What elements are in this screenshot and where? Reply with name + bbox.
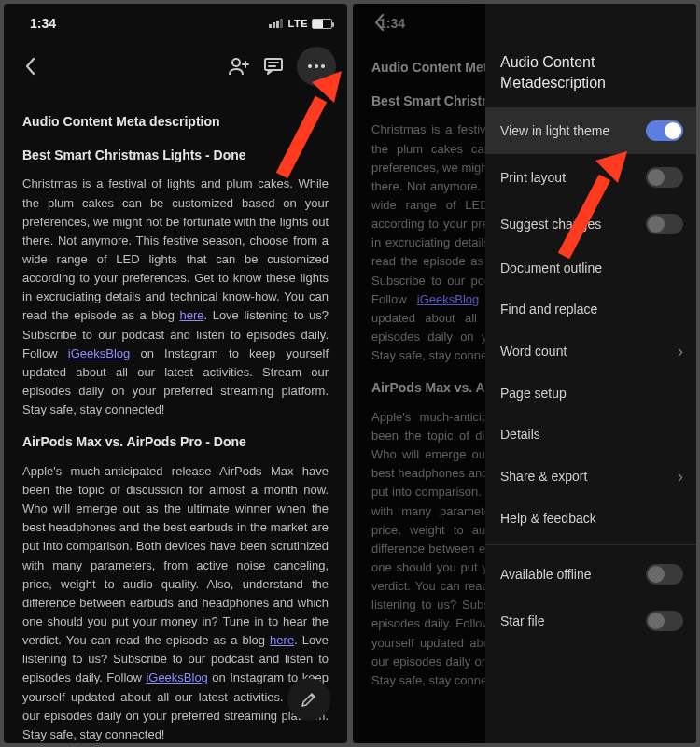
- doc-title: Audio Content Meta description: [22, 112, 329, 133]
- chevron-right-icon: ›: [678, 468, 683, 485]
- svg-point-0: [232, 59, 240, 66]
- menu-label: Details: [500, 427, 683, 442]
- menu-available-offline[interactable]: Available offline: [485, 551, 696, 598]
- more-icon: [307, 63, 326, 69]
- menu-label: Find and replace: [500, 302, 683, 317]
- svg-point-3: [315, 64, 318, 68]
- blog-link[interactable]: here: [270, 633, 294, 647]
- phone-right: 1:34 LTE Audio Content Meta description …: [353, 4, 696, 743]
- menu-label: Word count: [500, 344, 678, 359]
- menu-label: Print layout: [500, 170, 646, 185]
- pencil-icon: [300, 690, 318, 709]
- menu-find-replace[interactable]: Find and replace: [485, 289, 696, 330]
- menu-label: Star file: [500, 613, 646, 628]
- status-right: LTE: [269, 18, 332, 29]
- section-paragraph: Apple's much-anticipated release AirPods…: [22, 462, 329, 743]
- menu-document-outline[interactable]: Document outline: [485, 247, 696, 289]
- menu-view-light-theme[interactable]: View in light theme: [485, 107, 696, 154]
- menu-help-feedback[interactable]: Help & feedback: [485, 498, 696, 539]
- toggle-light-theme[interactable]: [646, 120, 683, 141]
- section-heading: AirPods Max vs. AirPods Pro - Done: [22, 432, 329, 453]
- menu-details[interactable]: Details: [485, 414, 696, 455]
- toggle-print-layout[interactable]: [646, 167, 683, 188]
- toggle-available-offline[interactable]: [646, 564, 683, 585]
- signal-icon: [269, 19, 283, 28]
- svg-point-4: [321, 64, 325, 68]
- blog-link[interactable]: here: [179, 308, 203, 322]
- chevron-right-icon: ›: [678, 343, 683, 359]
- igeeksblog-link[interactable]: iGeeksBlog: [146, 670, 207, 684]
- comment-icon[interactable]: [263, 57, 284, 76]
- menu-label: Suggest changes: [500, 217, 646, 232]
- clock: 1:34: [30, 16, 56, 31]
- menu-page-setup[interactable]: Page setup: [485, 373, 696, 414]
- app-bar: [4, 37, 347, 99]
- panel-title: Audio Content Metadescription: [485, 4, 696, 107]
- back-button[interactable]: [15, 57, 45, 76]
- menu-label: Available offline: [500, 567, 646, 582]
- share-person-icon[interactable]: [228, 57, 250, 76]
- edit-fab[interactable]: [287, 678, 330, 721]
- more-button[interactable]: [297, 47, 336, 86]
- phone-left: 1:34 LTE: [4, 4, 347, 743]
- document-body[interactable]: Audio Content Meta description Best Smar…: [4, 99, 347, 743]
- svg-rect-1: [265, 59, 282, 70]
- menu-print-layout[interactable]: Print layout: [485, 154, 696, 201]
- section-paragraph: Christmas is a festival of lights and pl…: [22, 175, 329, 419]
- menu-label: View in light theme: [500, 123, 646, 138]
- menu-label: Page setup: [500, 386, 683, 401]
- toggle-star-file[interactable]: [646, 611, 683, 631]
- back-button: [364, 13, 394, 32]
- menu-label: Share & export: [500, 469, 678, 484]
- battery-icon: [312, 19, 332, 29]
- panel-list: View in light theme Print layout Suggest…: [485, 107, 696, 644]
- igeeksblog-link: iGeeksBlog: [417, 292, 479, 306]
- menu-word-count[interactable]: Word count ›: [485, 330, 696, 373]
- overflow-menu-panel: Audio Content Metadescription View in li…: [485, 4, 696, 743]
- menu-suggest-changes[interactable]: Suggest changes: [485, 201, 696, 247]
- menu-share-export[interactable]: Share & export ›: [485, 455, 696, 498]
- menu-label: Help & feedback: [500, 511, 683, 526]
- menu-star-file[interactable]: Star file: [485, 598, 696, 644]
- menu-label: Document outline: [500, 261, 683, 275]
- network-label: LTE: [288, 18, 308, 29]
- toggle-suggest-changes[interactable]: [646, 214, 683, 234]
- igeeksblog-link[interactable]: iGeeksBlog: [68, 346, 130, 360]
- menu-separator: [485, 544, 696, 545]
- status-bar: 1:34 LTE: [4, 4, 347, 37]
- section-heading: Best Smart Christmas Lights - Done: [22, 146, 329, 166]
- svg-point-2: [308, 64, 312, 68]
